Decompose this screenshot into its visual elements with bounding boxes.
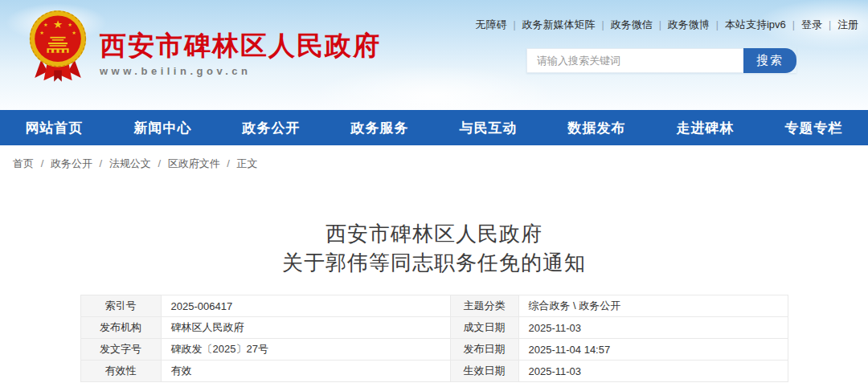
nav-item-about-beilin[interactable]: 走进碑林	[651, 110, 760, 145]
meta-value-validity: 有效	[161, 361, 450, 382]
document-title: 西安市碑林区人民政府 关于郭伟等同志职务任免的通知	[0, 219, 868, 277]
svg-text:★: ★	[72, 30, 76, 36]
separator: /	[41, 157, 44, 169]
link-gov-wechat[interactable]: 政务微信	[611, 18, 653, 32]
main-nav: 网站首页 新闻中心 政务公开 政务服务 与民互动 数据发布 走进碑林 专题专栏	[0, 110, 868, 145]
meta-label-doc-number: 发文字号	[80, 339, 161, 361]
meta-value-index-no: 2025-006417	[161, 295, 450, 317]
meta-row-1: 索引号 2025-006417 主题分类 综合政务 \ 政务公开	[80, 295, 788, 317]
separator: |	[792, 19, 795, 31]
link-login[interactable]: 登录	[801, 18, 822, 32]
meta-row-3: 发文字号 碑政发〔2025〕27号 发布日期 2025-11-04 14:57	[80, 339, 788, 361]
brand-text: 西安市碑林区人民政府 www.beilin.gov.cn	[100, 15, 381, 77]
site-logo-link[interactable]: ★ ★ ★ ★ ★ 西安市碑林区人民政	[26, 8, 381, 84]
meta-label-topic: 主题分类	[450, 295, 518, 317]
svg-text:★: ★	[39, 30, 44, 36]
link-register[interactable]: 注册	[837, 18, 858, 32]
svg-text:★: ★	[68, 22, 72, 28]
separator: |	[602, 19, 604, 31]
separator: |	[659, 19, 661, 31]
nav-item-gov-info[interactable]: 政务公开	[217, 110, 326, 145]
separator: /	[227, 157, 230, 169]
site-url: www.beilin.gov.cn	[100, 65, 381, 77]
meta-value-issuer: 碑林区人民政府	[161, 317, 450, 339]
search-button[interactable]: 搜索	[743, 48, 796, 73]
meta-label-written-date: 成文日期	[450, 317, 518, 339]
meta-value-publish-date: 2025-11-04 14:57	[518, 339, 788, 361]
document-title-line1: 西安市碑林区人民政府	[0, 219, 868, 248]
separator: /	[158, 157, 161, 169]
nav-item-home[interactable]: 网站首页	[0, 110, 108, 145]
document-content: 西安市碑林区人民政府 关于郭伟等同志职务任免的通知 索引号 2025-00641…	[0, 219, 868, 382]
nav-item-gov-services[interactable]: 政务服务	[326, 110, 434, 145]
link-ipv6-support[interactable]: 本站支持ipv6	[725, 18, 786, 32]
link-gov-media-matrix[interactable]: 政务新媒体矩阵	[522, 18, 596, 32]
link-gov-weibo[interactable]: 政务微博	[668, 18, 710, 32]
separator: |	[829, 19, 831, 31]
document-meta-table: 索引号 2025-006417 主题分类 综合政务 \ 政务公开 发布机构 碑林…	[80, 295, 788, 382]
meta-label-index-no: 索引号	[80, 295, 161, 317]
breadcrumb: 首页 / 政务公开 / 法规公文 / 区政府文件 / 正文	[0, 145, 868, 171]
nav-item-interaction[interactable]: 与民互动	[434, 110, 542, 145]
breadcrumb-item-district-docs[interactable]: 区政府文件	[168, 157, 220, 169]
breadcrumb-item-regulations[interactable]: 法规公文	[109, 157, 151, 169]
meta-value-topic: 综合政务 \ 政务公开	[518, 295, 788, 317]
meta-row-2: 发布机构 碑林区人民政府 成文日期 2025-11-03	[80, 317, 788, 339]
document-title-line2: 关于郭伟等同志职务任免的通知	[0, 248, 868, 277]
site-header: ★ ★ ★ ★ ★ 西安市碑林区人民政	[0, 0, 868, 110]
separator: |	[513, 19, 515, 31]
svg-text:★: ★	[53, 18, 63, 31]
site-title: 西安市碑林区人民政府	[100, 30, 381, 62]
separator: /	[100, 157, 103, 169]
search-input[interactable]	[526, 48, 743, 73]
meta-value-effective-date: 2025-11-03	[518, 361, 788, 382]
meta-label-validity: 有效性	[80, 361, 161, 382]
page: ★ ★ ★ ★ ★ 西安市碑林区人民政	[0, 0, 868, 387]
nav-item-special-topics[interactable]: 专题专栏	[760, 110, 868, 145]
breadcrumb-item-current: 正文	[237, 157, 258, 169]
breadcrumb-item-home[interactable]: 首页	[13, 157, 34, 169]
link-accessibility[interactable]: 无障碍	[475, 18, 506, 32]
meta-value-doc-number: 碑政发〔2025〕27号	[161, 339, 450, 361]
meta-label-effective-date: 生效日期	[450, 361, 518, 382]
meta-label-issuer: 发布机构	[80, 317, 161, 339]
top-links: 无障碍 | 政务新媒体矩阵 | 政务微信 | 政务微博 | 本站支持ipv6 |…	[475, 18, 858, 32]
search-bar: 搜索	[526, 48, 796, 73]
separator: |	[716, 19, 719, 31]
meta-label-publish-date: 发布日期	[450, 339, 518, 361]
nav-item-data-release[interactable]: 数据发布	[542, 110, 651, 145]
national-emblem-icon: ★ ★ ★ ★ ★	[26, 8, 90, 84]
svg-text:★: ★	[43, 22, 48, 28]
meta-row-4: 有效性 有效 生效日期 2025-11-03	[80, 361, 788, 382]
breadcrumb-item-gov-info[interactable]: 政务公开	[51, 157, 92, 169]
meta-value-written-date: 2025-11-03	[518, 317, 788, 339]
nav-item-news[interactable]: 新闻中心	[108, 110, 217, 145]
